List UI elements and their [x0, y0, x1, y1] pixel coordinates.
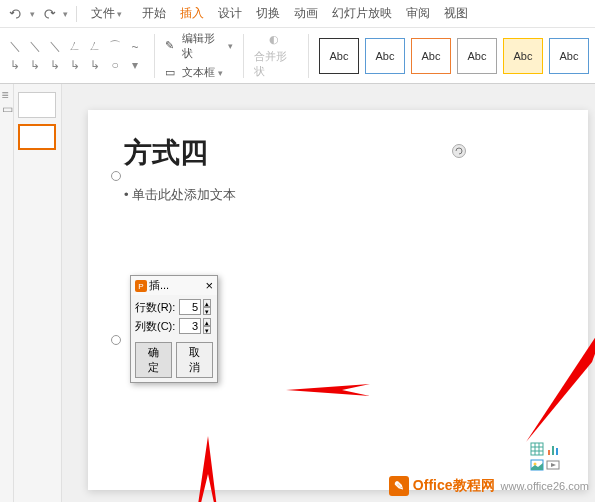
- annotation-arrow: [190, 434, 230, 502]
- watermark-brand: Office教程网: [413, 477, 495, 495]
- shape-style-5[interactable]: Abc: [503, 38, 543, 74]
- shape-style-4[interactable]: Abc: [457, 38, 497, 74]
- shape-style-1[interactable]: Abc: [319, 38, 359, 74]
- merge-shapes-icon: ◐: [269, 33, 283, 47]
- shape-style-3[interactable]: Abc: [411, 38, 451, 74]
- rows-spinner[interactable]: ▴▾: [203, 299, 211, 315]
- textbox-button[interactable]: ▭ 文本框▾: [165, 65, 223, 80]
- file-menu[interactable]: 文件▾: [85, 3, 128, 24]
- undo-dropdown-icon[interactable]: ▾: [30, 9, 35, 19]
- cols-input[interactable]: [179, 318, 201, 334]
- cancel-button[interactable]: 取消: [176, 342, 213, 378]
- selection-handle[interactable]: [111, 335, 121, 345]
- insert-table-dialog: P 插... × 行数(R): ▴▾ 列数(C): ▴▾ 确定 取消: [130, 275, 218, 383]
- redo-icon[interactable]: [41, 6, 57, 22]
- quick-access-toolbar: ▾ ▾ 文件▾ 开始 插入 设计 切换 动画 幻灯片放映 审阅 视图: [0, 0, 595, 28]
- shape-style-2[interactable]: Abc: [365, 38, 405, 74]
- tab-transitions[interactable]: 切换: [256, 3, 280, 24]
- app-icon: P: [135, 280, 147, 292]
- dialog-title: 插...: [149, 278, 169, 293]
- workspace: ≡ ▭ 方式四 单击此处添加文本: [0, 84, 595, 502]
- tab-review[interactable]: 审阅: [406, 3, 430, 24]
- rotation-handle[interactable]: [452, 144, 466, 158]
- slide-thumbnail-2[interactable]: [18, 124, 56, 150]
- selection-handle[interactable]: [111, 171, 121, 181]
- tab-design[interactable]: 设计: [218, 3, 242, 24]
- outline-bar: ≡ ▭: [0, 84, 14, 502]
- redo-dropdown-icon[interactable]: ▾: [63, 9, 68, 19]
- edit-shape-button[interactable]: ✎ 编辑形状▾: [165, 31, 233, 61]
- cols-label: 列数(C):: [135, 319, 177, 334]
- watermark-url: www.office26.com: [501, 480, 589, 492]
- shape-edit-group: ✎ 编辑形状▾ ▭ 文本框▾: [165, 31, 233, 80]
- undo-icon[interactable]: [8, 6, 24, 22]
- annotation-arrow: [282, 382, 372, 398]
- shapes-lines-gallery[interactable]: ＼＼＼ㄥㄥ⌒~ ↳↳↳↳↳○▾: [6, 39, 144, 73]
- tab-view[interactable]: 视图: [444, 3, 468, 24]
- svg-rect-5: [548, 450, 550, 455]
- watermark-icon: ✎: [389, 476, 409, 496]
- annotation-arrow: [522, 316, 595, 446]
- shape-style-6[interactable]: Abc: [549, 38, 589, 74]
- svg-rect-6: [552, 446, 554, 455]
- picture-icon[interactable]: [530, 458, 544, 472]
- outline-icon[interactable]: ≡: [2, 88, 12, 98]
- cols-spinner[interactable]: ▴▾: [203, 318, 211, 334]
- ribbon: ＼＼＼ㄥㄥ⌒~ ↳↳↳↳↳○▾ ✎ 编辑形状▾ ▭ 文本框▾ ◐ 合并形状 Ab…: [0, 28, 595, 84]
- content-placeholder-icons[interactable]: [530, 442, 560, 472]
- close-button[interactable]: ×: [205, 278, 213, 293]
- slide-thumbnails: [14, 84, 62, 502]
- ribbon-separator: [154, 34, 155, 78]
- ribbon-separator: [243, 34, 244, 78]
- ribbon-separator: [308, 34, 309, 78]
- ok-button[interactable]: 确定: [135, 342, 172, 378]
- svg-text:P: P: [138, 282, 143, 291]
- slide-thumbnail-1[interactable]: [18, 92, 56, 118]
- slides-icon[interactable]: ▭: [2, 102, 12, 112]
- merge-shapes-button: ◐ 合并形状: [254, 33, 298, 79]
- ribbon-tabs: 开始 插入 设计 切换 动画 幻灯片放映 审阅 视图: [142, 3, 468, 24]
- media-icon[interactable]: [546, 458, 560, 472]
- tab-insert[interactable]: 插入: [180, 3, 204, 24]
- edit-shape-icon: ✎: [165, 39, 179, 53]
- shape-styles-gallery[interactable]: Abc Abc Abc Abc Abc Abc: [319, 38, 589, 74]
- rows-label: 行数(R):: [135, 300, 177, 315]
- rows-input[interactable]: [179, 299, 201, 315]
- separator: [76, 6, 77, 22]
- dialog-titlebar[interactable]: P 插... ×: [131, 276, 217, 295]
- tab-home[interactable]: 开始: [142, 3, 166, 24]
- content-placeholder[interactable]: 单击此处添加文本: [124, 186, 236, 204]
- slide-title[interactable]: 方式四: [124, 134, 208, 172]
- svg-rect-7: [556, 448, 558, 455]
- watermark: ✎ Office教程网 www.office26.com: [389, 476, 589, 496]
- textbox-icon: ▭: [165, 66, 179, 80]
- tab-slideshow[interactable]: 幻灯片放映: [332, 3, 392, 24]
- tab-animations[interactable]: 动画: [294, 3, 318, 24]
